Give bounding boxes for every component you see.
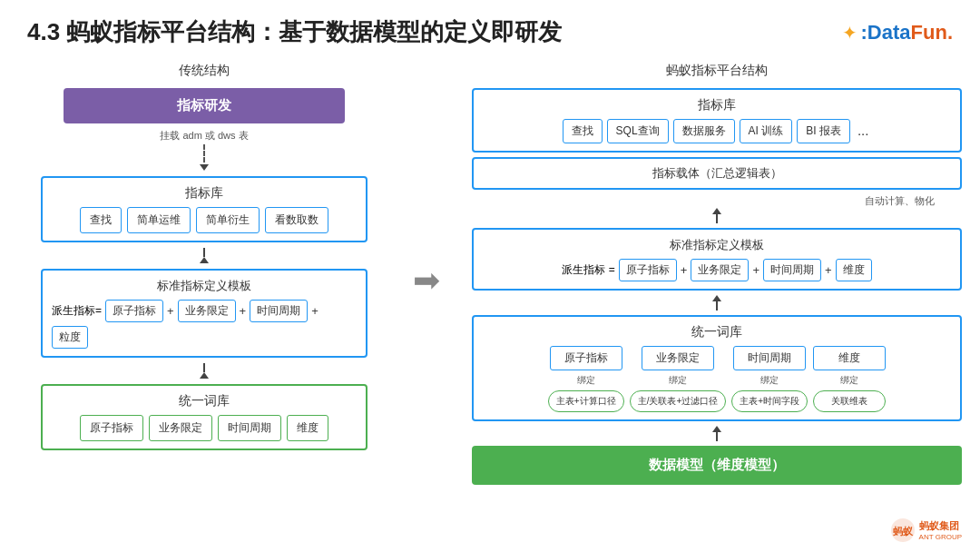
formula-biz: 业务限定	[178, 300, 236, 322]
v-line	[203, 248, 205, 257]
right-indic-items: 查找 SQL查询 数据服务 AI 训练 BI 报表 ...	[483, 119, 951, 143]
footer-brand: 蚂蚁集团	[919, 519, 962, 533]
bind-label-3: 绑定	[840, 374, 858, 387]
plus-1: +	[167, 304, 174, 318]
left-top-box: 指标研发	[64, 88, 345, 123]
left-template-box: 标准指标定义模板 派生指标= 原子指标 + 业务限定 + 时间周期 + 粒度	[41, 269, 368, 358]
right-formula: 派生指标 = 原子指标 + 业务限定 + 时间周期 + 维度	[483, 259, 951, 281]
right-col-title-0: 原子指标	[550, 346, 622, 370]
main-content: 传统结构 指标研发 挂载 adm 或 dws 表 指标库 查找 简单运维 简	[27, 63, 953, 526]
left-indic-box: 指标库 查找 简单运维 简单衍生 看数取数	[41, 176, 368, 242]
left-arrow-2	[200, 363, 209, 379]
plus-2: +	[240, 304, 247, 318]
plus-3: +	[311, 304, 318, 318]
left-unified-item-3: 维度	[287, 415, 328, 441]
formula-granularity: 粒度	[52, 326, 88, 349]
ant-group-icon: 蚂蚁	[890, 518, 916, 543]
page-title: 4.3 蚂蚁指标平台结构：基于数据模型的定义即研发	[27, 16, 562, 48]
big-arrow-icon: ➡	[413, 261, 440, 300]
left-indic-item-1: 简单运维	[127, 207, 191, 233]
right-indic-title: 指标库	[483, 97, 951, 113]
oval-0: 主表+计算口径	[548, 390, 624, 412]
header: 4.3 蚂蚁指标平台结构：基于数据模型的定义即研发 ✦ :DataFun.	[27, 16, 953, 48]
left-indic-item-2: 简单衍生	[196, 207, 260, 233]
dashed-label: 挂载 adm 或 dws 表	[160, 129, 248, 143]
right-indic-item-0: 查找	[563, 119, 603, 143]
right-carrier-box: 指标载体（汇总逻辑表）	[472, 157, 962, 190]
v-line-r3	[716, 432, 718, 441]
bind-label-0: 绑定	[577, 374, 595, 387]
right-unified-col-3: 维度 绑定 关联维表	[813, 346, 886, 412]
left-arrow-1	[200, 248, 209, 263]
r-plus-3: +	[825, 263, 832, 277]
right-section: 蚂蚁指标平台结构 指标库 查找 SQL查询 数据服务 AI 训练 BI 报表 .…	[472, 63, 962, 526]
left-unified-items: 原子指标 业务限定 时间周期 维度	[50, 415, 358, 441]
arrow-up-icon-r1	[712, 208, 721, 214]
formula-prefix: 派生指标=	[52, 303, 102, 319]
v-line-r2	[716, 301, 718, 310]
right-col-title-1: 业务限定	[642, 346, 714, 370]
auto-label: 自动计算、物化	[865, 194, 935, 208]
r-formula-biz: 业务限定	[691, 259, 749, 281]
right-unified-col-2: 时间周期 绑定 主表+时间字段	[731, 346, 808, 412]
auto-arrow-group: 自动计算、物化	[472, 194, 962, 223]
arrow-up-icon-2	[200, 372, 209, 379]
oval-1: 主/关联表+过滤口径	[630, 390, 727, 412]
arrow-up-icon-r3	[712, 426, 721, 432]
right-col-title-3: 维度	[813, 346, 886, 370]
datafun-text: :DataFun.	[861, 21, 953, 44]
r-plus-1: +	[681, 263, 688, 277]
formula-time: 时间周期	[250, 300, 308, 322]
left-unified-box: 统一词库 原子指标 业务限定 时间周期 维度	[41, 384, 368, 450]
r-formula-time: 时间周期	[763, 259, 821, 281]
right-indic-box: 指标库 查找 SQL查询 数据服务 AI 训练 BI 报表 ...	[472, 88, 962, 153]
right-arrow-2	[712, 295, 721, 310]
arrow-up-icon-r2	[712, 295, 721, 301]
oval-2: 主表+时间字段	[731, 390, 808, 412]
svg-text:蚂蚁: 蚂蚁	[893, 526, 914, 537]
logo: ✦ :DataFun.	[842, 21, 953, 44]
right-arrow-3	[712, 426, 721, 441]
left-template-title: 标准指标定义模板	[52, 278, 357, 294]
right-indic-item-2: 数据服务	[673, 119, 735, 143]
left-section-title: 传统结构	[179, 63, 230, 79]
datafun-icon: ✦	[842, 22, 858, 44]
right-section-title: 蚂蚁指标平台结构	[666, 63, 768, 79]
left-diagram: 指标研发 挂载 adm 或 dws 表 指标库 查找 简单运维 简单衍生 看数取…	[27, 88, 381, 450]
right-indic-item-dots: ...	[855, 119, 872, 143]
right-col-title-2: 时间周期	[733, 346, 806, 370]
left-indic-item-0: 查找	[80, 207, 122, 233]
right-data-model-box: 数据模型（维度模型）	[472, 446, 962, 485]
r-formula-prefix: 派生指标 =	[562, 262, 614, 278]
left-unified-title: 统一词库	[50, 393, 358, 409]
left-section: 传统结构 指标研发 挂载 adm 或 dws 表 指标库 查找 简单运维 简	[27, 63, 381, 526]
right-template-box: 标准指标定义模板 派生指标 = 原子指标 + 业务限定 + 时间周期 + 维度	[472, 228, 962, 291]
left-unified-item-1: 业务限定	[149, 415, 212, 441]
bind-label-1: 绑定	[669, 374, 687, 387]
r-formula-atom: 原子指标	[619, 259, 677, 281]
right-unified-cols: 原子指标 绑定 主表+计算口径 业务限定 绑定 主/关联表+过滤口径 时	[483, 346, 951, 412]
page: 4.3 蚂蚁指标平台结构：基于数据模型的定义即研发 ✦ :DataFun. 传统…	[0, 0, 980, 552]
left-indic-item-3: 看数取数	[265, 207, 328, 233]
left-dashed-arrow: 挂载 adm 或 dws 表	[160, 129, 248, 171]
right-arrow-1	[712, 208, 721, 223]
bind-label-2: 绑定	[760, 374, 779, 387]
big-arrow: ➡	[408, 261, 445, 300]
v-line-2	[203, 363, 205, 372]
right-template-title: 标准指标定义模板	[483, 237, 951, 253]
r-plus-2: +	[752, 263, 760, 277]
right-unified-box: 统一词库 原子指标 绑定 主表+计算口径 业务限定 绑定 主/关联表+过滤口	[472, 315, 962, 421]
right-indic-item-1: SQL查询	[607, 119, 669, 143]
right-unified-col-1: 业务限定 绑定 主/关联表+过滤口径	[630, 346, 727, 412]
arrow-up-icon	[200, 257, 209, 263]
r-formula-dim: 维度	[836, 259, 872, 281]
right-indic-item-3: AI 训练	[740, 119, 793, 143]
left-unified-item-2: 时间周期	[218, 415, 281, 441]
footer-logo: 蚂蚁 蚂蚁集团 ANT GROUP	[890, 518, 962, 543]
oval-3: 关联维表	[813, 390, 886, 412]
right-indic-item-4: BI 报表	[797, 119, 850, 143]
right-diagram: 指标库 查找 SQL查询 数据服务 AI 训练 BI 报表 ... 指标载体（汇…	[472, 88, 962, 485]
dashed-line	[203, 144, 205, 163]
v-line-r1	[716, 214, 718, 223]
left-indic-title: 指标库	[50, 185, 358, 202]
